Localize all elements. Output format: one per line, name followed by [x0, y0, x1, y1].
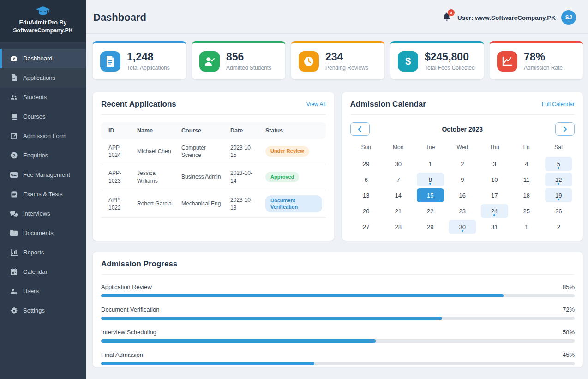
sidebar-item-applications[interactable]: Applications — [0, 68, 86, 88]
sidebar-item-interviews[interactable]: Interviews — [0, 204, 86, 223]
admission-progress-panel: Admission Progress Application Review 85… — [93, 252, 583, 367]
calendar-prev-button[interactable] — [350, 122, 370, 136]
sidebar-item-label: Fee Management — [23, 171, 70, 178]
avatar[interactable]: SJ — [561, 10, 576, 25]
calendar-day[interactable]: 31 — [481, 220, 509, 234]
sidebar-item-label: Enquiries — [23, 152, 48, 159]
stat-label: Pending Reviews — [325, 65, 368, 71]
sidebar-item-label: Reports — [23, 249, 44, 256]
cell-id: APP-1024 — [101, 139, 133, 164]
cell-course: Mechanical Eng — [178, 190, 227, 218]
calendar-day[interactable]: 29 — [417, 220, 444, 234]
user-label: User: www.SoftwareCompany.PK — [457, 14, 556, 21]
calendar-day[interactable]: 17 — [481, 188, 509, 202]
table-row[interactable]: APP-1022 Robert Garcia Mechanical Eng 20… — [101, 190, 326, 218]
sidebar-item-settings[interactable]: Settings — [0, 301, 86, 320]
day-name: Sun — [350, 144, 383, 156]
notification-bell-icon[interactable]: 3 — [443, 12, 452, 23]
sidebar-item-enquiries[interactable]: ? Enquiries — [0, 146, 86, 165]
calendar-day[interactable]: 30 — [384, 157, 412, 171]
calendar-day[interactable]: 18 — [513, 188, 540, 202]
stat-label: Total Applications — [127, 65, 170, 71]
question-circle-icon: ? — [10, 152, 18, 159]
sidebar-item-calendar[interactable]: Calendar — [0, 262, 86, 282]
table-row[interactable]: APP-1023 Jessica Williams Business Admin… — [101, 164, 326, 190]
calendar-day[interactable]: 15 — [417, 188, 444, 202]
progress-percent: 45% — [563, 351, 575, 358]
full-calendar-link[interactable]: Full Calendar — [542, 101, 575, 108]
progress-label: Final Admission — [101, 351, 143, 358]
calendar-day[interactable]: 21 — [384, 204, 412, 218]
calendar-day[interactable]: 4 — [513, 157, 540, 171]
book-icon — [10, 113, 18, 120]
dollar-icon: $ — [398, 51, 418, 72]
calendar-day[interactable]: 2 — [449, 157, 476, 171]
sidebar-item-label: Admission Form — [23, 132, 66, 139]
calendar-day[interactable]: 27 — [353, 220, 380, 234]
chevron-right-icon — [563, 126, 567, 132]
progress-percent: 72% — [563, 306, 575, 313]
sidebar-item-label: Calendar — [23, 268, 48, 275]
calendar-next-button[interactable] — [555, 122, 575, 136]
calendar-day[interactable]: 28 — [384, 220, 412, 234]
cell-id: APP-1022 — [101, 190, 133, 218]
calendar-day[interactable]: 23 — [449, 204, 476, 218]
calendar-day[interactable]: 19 — [545, 188, 573, 202]
sidebar-item-label: Dashboard — [23, 55, 53, 62]
stat-label: Total Fees Collected — [425, 65, 475, 71]
table-row[interactable]: APP-1024 Michael Chen Computer Science 2… — [101, 139, 326, 164]
calendar-day[interactable]: 10 — [481, 173, 509, 186]
graduation-cap-icon — [36, 6, 50, 17]
progress-bar — [101, 317, 575, 320]
column-header-id: ID — [101, 122, 133, 139]
svg-text:$: $ — [11, 173, 13, 177]
calendar-day[interactable]: 3 — [481, 157, 509, 171]
calendar-day[interactable]: 1 — [417, 157, 444, 171]
sidebar-item-dashboard[interactable]: Dashboard — [0, 49, 86, 68]
calendar-day[interactable]: 9 — [449, 173, 476, 186]
calendar-day[interactable]: 29 — [353, 157, 380, 171]
progress-label: Interview Scheduling — [101, 329, 156, 336]
calendar-day[interactable]: 12 — [545, 173, 573, 186]
sidebar-item-courses[interactable]: Courses — [0, 107, 86, 126]
sidebar-item-label: Applications — [23, 74, 55, 81]
calendar-day[interactable]: 5 — [545, 157, 573, 171]
sidebar-item-admission-form[interactable]: Admission Form — [0, 126, 86, 146]
brand: EduAdmit Pro By SoftwareCompany.PK — [0, 0, 86, 42]
user-check-icon — [199, 51, 220, 72]
view-all-link[interactable]: View All — [306, 101, 326, 108]
sidebar-item-fee-management[interactable]: $ Fee Management — [0, 165, 86, 185]
day-name: Mon — [382, 144, 414, 156]
sidebar-item-exams-tests[interactable]: Exams & Tests — [0, 185, 86, 204]
cell-name: Michael Chen — [133, 139, 178, 164]
progress-label: Application Review — [101, 283, 152, 290]
calendar-day[interactable]: 6 — [353, 173, 380, 186]
sidebar-item-users[interactable]: Users — [0, 282, 86, 301]
calendar-day[interactable]: 2 — [545, 220, 573, 234]
topbar: Dashboard 3 User: www.SoftwareCompany.PK… — [86, 0, 588, 34]
calendar-day[interactable]: 24 — [481, 204, 509, 218]
cell-course: Business Admin — [178, 164, 227, 190]
admission-calendar-panel: Admission Calendar Full Calendar October… — [342, 92, 583, 241]
calendar-day[interactable]: 16 — [449, 188, 476, 202]
calendar-day[interactable]: 8 — [417, 173, 444, 186]
sidebar-item-documents[interactable]: Documents — [0, 223, 86, 243]
status-badge: Document Verification — [265, 195, 322, 213]
header-user-area: 3 User: www.SoftwareCompany.PK SJ — [443, 10, 576, 25]
calendar-day[interactable]: 20 — [353, 204, 380, 218]
sidebar-item-label: Courses — [23, 113, 45, 120]
calendar-day[interactable]: 7 — [384, 173, 412, 186]
applications-table: ID Name Course Date Status APP-1024 Mich… — [101, 122, 326, 218]
calendar-day[interactable]: 26 — [545, 204, 573, 218]
calendar-day[interactable]: 30 — [449, 220, 476, 234]
calendar-day[interactable]: 1 — [513, 220, 540, 234]
calendar-day[interactable]: 13 — [353, 188, 380, 202]
calendar-day[interactable]: 14 — [384, 188, 412, 202]
sidebar-item-label: Students — [23, 94, 47, 101]
calendar-day[interactable]: 22 — [417, 204, 444, 218]
calendar-day[interactable]: 11 — [513, 173, 540, 186]
sidebar-item-students[interactable]: Students — [0, 88, 86, 107]
sidebar-item-reports[interactable]: Reports — [0, 243, 86, 262]
calendar-day[interactable]: 25 — [513, 204, 540, 218]
gauge-icon — [10, 55, 18, 62]
